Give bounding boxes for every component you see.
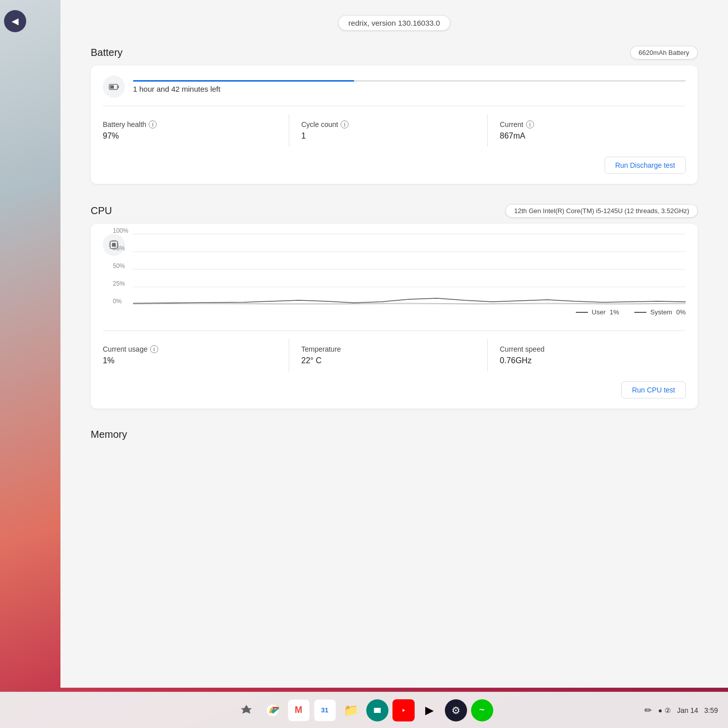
- legend-user-value: 1%: [610, 308, 619, 316]
- legend-user-line: [576, 312, 588, 313]
- battery-current-label: Current i: [500, 120, 674, 128]
- cpu-title: CPU: [91, 205, 112, 217]
- cpu-chart-legend: User 1% System 0%: [133, 308, 686, 316]
- taskbar-chrome[interactable]: [261, 699, 284, 721]
- legend-system-value: 0%: [676, 308, 686, 316]
- page-body: Battery 6620mAh Battery 1 hour and 4: [60, 46, 728, 440]
- cycle-count-label: Cycle count i: [301, 120, 475, 128]
- chart-label-50: 50%: [113, 262, 125, 270]
- cpu-usage-info-icon[interactable]: i: [150, 345, 158, 353]
- legend-user-label: User: [592, 308, 606, 316]
- left-dock: ◀: [0, 10, 30, 32]
- cpu-card: 100% 75% 50% 25% 0%: [91, 224, 698, 409]
- taskbar-finance[interactable]: ~: [471, 699, 493, 721]
- cpu-temp-label: Temperature: [301, 345, 475, 353]
- battery-bar-fill: [133, 80, 354, 82]
- cycle-count-value: 1: [301, 131, 475, 141]
- battery-section-header: Battery 6620mAh Battery: [91, 46, 698, 59]
- legend-system-line: [634, 312, 646, 313]
- chart-label-75: 75%: [113, 245, 125, 252]
- taskbar-pencil-icon[interactable]: ✏: [644, 705, 652, 716]
- taskbar-time: 3:59: [704, 706, 718, 714]
- taskbar-gmail[interactable]: M: [288, 699, 310, 721]
- taskbar-meet[interactable]: [366, 699, 388, 721]
- battery-health-value: 97%: [103, 131, 277, 141]
- cpu-speed-label: Current speed: [500, 345, 674, 353]
- cpu-chart-container: 100% 75% 50% 25% 0%: [133, 234, 686, 314]
- cpu-speed-value: 0.76GHz: [500, 356, 674, 365]
- battery-progress-bar: [133, 80, 686, 82]
- taskbar-playstore[interactable]: ▶: [419, 699, 441, 721]
- battery-current-value: 867mA: [500, 131, 674, 141]
- cpu-chart-area: 100% 75% 50% 25% 0%: [103, 234, 686, 324]
- cpu-speed-stat: Current speed 0.76GHz: [500, 339, 686, 371]
- cpu-section-header: CPU 12th Gen Intel(R) Core(TM) i5-1245U …: [91, 204, 698, 218]
- run-discharge-test-button[interactable]: Run Discharge test: [605, 157, 686, 174]
- legend-system: System 0%: [634, 308, 686, 316]
- taskbar-youtube[interactable]: [392, 699, 415, 721]
- version-text: redrix, version 130.16033.0: [349, 19, 440, 27]
- cpu-btn-row: Run CPU test: [103, 381, 686, 399]
- cycle-count-info-icon[interactable]: i: [341, 120, 349, 128]
- taskbar-status-icons: ● ②: [658, 706, 671, 714]
- version-badge-container: redrix, version 130.16033.0: [60, 0, 728, 31]
- cpu-usage-chart: [133, 234, 686, 304]
- battery-time-left: 1 hour and 42 minutes left: [133, 85, 220, 93]
- battery-health-stat: Battery health i 97%: [103, 114, 289, 147]
- battery-title: Battery: [91, 47, 122, 58]
- taskbar-settings[interactable]: ⚙: [445, 699, 467, 721]
- chart-grid-0: 0%: [133, 304, 686, 305]
- cycle-count-stat: Cycle count i 1: [301, 114, 488, 147]
- diagnostics-panel: redrix, version 130.16033.0 Battery 6620…: [60, 0, 728, 688]
- cpu-stats-row: Current usage i 1% Temperature 22° C Cur…: [103, 339, 686, 371]
- battery-time-col: 1 hour and 42 minutes left: [133, 80, 686, 94]
- cpu-usage-stat: Current usage i 1%: [103, 339, 289, 371]
- cpu-badge: 12th Gen Intel(R) Core(TM) i5-1245U (12 …: [505, 204, 698, 218]
- battery-current-stat: Current i 867mA: [500, 114, 686, 147]
- version-tag: redrix, version 130.16033.0: [338, 15, 451, 31]
- battery-stats-row: Battery health i 97% Cycle count i 1: [103, 114, 686, 147]
- dock-icon-top[interactable]: ◀: [4, 10, 26, 32]
- battery-top-row: 1 hour and 42 minutes left: [103, 76, 686, 106]
- memory-title: Memory: [91, 429, 127, 440]
- cpu-usage-label: Current usage i: [103, 345, 277, 353]
- battery-health-info-icon[interactable]: i: [149, 120, 157, 128]
- battery-badge: 6620mAh Battery: [630, 46, 698, 59]
- cpu-chart-grid: 100% 75% 50% 25% 0%: [133, 234, 686, 304]
- taskbar-calendar[interactable]: 31: [314, 699, 336, 721]
- chart-label-25: 25%: [113, 280, 125, 287]
- taskbar-right: ✏ ● ② Jan 14 3:59: [644, 705, 718, 716]
- cpu-temp-stat: Temperature 22° C: [301, 339, 488, 371]
- battery-current-info-icon[interactable]: i: [526, 120, 534, 128]
- cpu-temp-value: 22° C: [301, 356, 475, 365]
- taskbar-files[interactable]: 📁: [340, 699, 362, 721]
- battery-icon: [103, 76, 125, 98]
- taskbar: M 31 📁 ▶ ⚙ ~ ✏ ● ② Jan 14 3:59: [0, 692, 728, 728]
- legend-user: User 1%: [576, 308, 619, 316]
- chart-label-0: 0%: [113, 298, 121, 305]
- legend-system-label: System: [650, 308, 672, 316]
- run-cpu-test-button[interactable]: Run CPU test: [621, 381, 686, 399]
- taskbar-date: Jan 14: [677, 706, 698, 714]
- svg-rect-1: [110, 85, 114, 88]
- chart-label-100: 100%: [113, 227, 128, 234]
- battery-btn-row: Run Discharge test: [103, 157, 686, 174]
- battery-health-label: Battery health i: [103, 120, 277, 128]
- memory-section-header: Memory: [91, 429, 698, 440]
- taskbar-assistant[interactable]: [235, 699, 257, 721]
- cpu-usage-value: 1%: [103, 356, 277, 365]
- battery-card: 1 hour and 42 minutes left Battery healt…: [91, 65, 698, 184]
